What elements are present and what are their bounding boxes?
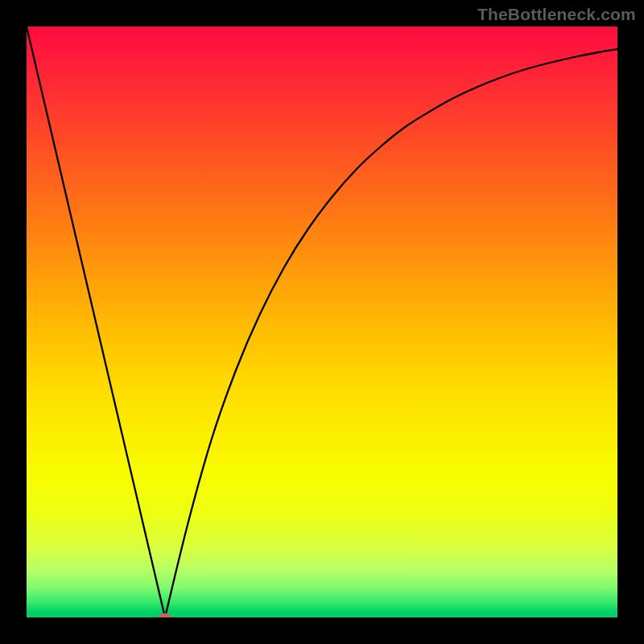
curve-svg	[27, 27, 617, 617]
chart-container: TheBottleneck.com	[0, 0, 644, 644]
bottleneck-curve	[27, 27, 617, 617]
plot-area	[27, 27, 617, 617]
minimum-marker	[159, 613, 171, 617]
watermark-text: TheBottleneck.com	[477, 5, 636, 24]
